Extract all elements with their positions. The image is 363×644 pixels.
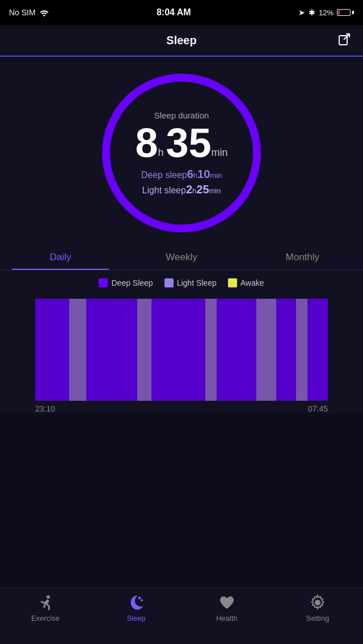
tab-weekly[interactable]: Weekly xyxy=(121,244,242,270)
deep-sleep-mins: 10 xyxy=(197,168,210,181)
sleep-ring: Sleep duration 8 h 35 min Deep sleep 6 h… xyxy=(102,74,261,232)
sleep-chart: 23:10 07:45 xyxy=(0,293,363,413)
run-icon xyxy=(36,594,54,612)
page-title: Sleep xyxy=(166,34,196,47)
svg-point-9 xyxy=(138,597,141,599)
nav-setting[interactable]: Setting xyxy=(295,594,340,622)
gear-icon xyxy=(309,594,327,612)
svg-point-0 xyxy=(43,15,45,16)
sleep-h-unit: h xyxy=(158,147,163,159)
svg-rect-4 xyxy=(137,299,151,401)
sleep-hours: 8 xyxy=(135,122,158,163)
svg-rect-3 xyxy=(69,299,86,401)
share-button[interactable] xyxy=(337,31,353,49)
battery-percent: 12% xyxy=(319,9,334,17)
legend-deep-sleep: Deep Sleep xyxy=(99,278,153,287)
svg-point-10 xyxy=(141,600,143,601)
legend-deep-color xyxy=(99,278,108,287)
tabs: Daily Weekly Monthly xyxy=(0,244,363,270)
status-bar: No SIM 8:04 AM ➤ ✱ 12% xyxy=(0,0,363,25)
bluetooth-icon: ✱ xyxy=(309,8,315,17)
status-left: No SIM xyxy=(9,8,49,17)
sleep-total-time: 8 h 35 min xyxy=(135,122,227,163)
deep-sleep-h-unit: h xyxy=(193,171,197,180)
nav-exercise-label: Exercise xyxy=(31,614,60,622)
chart-legend: Deep Sleep Light Sleep Awake xyxy=(0,270,363,293)
nav-health-label: Health xyxy=(216,614,238,622)
legend-awake-color xyxy=(228,278,237,287)
legend-awake-label: Awake xyxy=(240,278,264,287)
svg-rect-6 xyxy=(256,299,276,401)
deep-sleep-hours: 6 xyxy=(187,168,193,181)
nav-sleep-label: Sleep xyxy=(126,614,145,622)
sleep-min-unit: min xyxy=(212,147,228,159)
svg-rect-5 xyxy=(205,299,217,401)
chart-svg xyxy=(35,299,328,401)
nav-health[interactable]: Health xyxy=(204,594,250,622)
light-sleep-row: Light sleep 2 h 25 min xyxy=(142,183,221,196)
legend-light-color xyxy=(164,278,174,287)
light-sleep-label: Light sleep xyxy=(142,185,186,196)
legend-deep-label: Deep Sleep xyxy=(111,278,153,287)
light-sleep-h-unit: h xyxy=(192,187,196,195)
tab-monthly[interactable]: Monthly xyxy=(242,244,363,270)
light-sleep-hours: 2 xyxy=(186,183,192,196)
moon-icon xyxy=(127,594,145,612)
carrier-label: No SIM xyxy=(9,8,36,17)
sleep-minutes: 35 xyxy=(166,122,211,163)
sleep-circle-container: Sleep duration 8 h 35 min Deep sleep 6 h… xyxy=(0,57,363,244)
nav-exercise[interactable]: Exercise xyxy=(23,594,68,622)
legend-awake: Awake xyxy=(228,278,264,287)
deep-sleep-m-unit: min xyxy=(210,171,222,180)
sleep-duration-label: Sleep duration xyxy=(154,111,209,120)
location-icon: ➤ xyxy=(298,8,305,17)
nav-sleep[interactable]: Sleep xyxy=(113,594,159,622)
header: Sleep xyxy=(0,25,363,57)
legend-light-label: Light Sleep xyxy=(177,278,217,287)
status-time: 8:04 AM xyxy=(157,7,191,18)
light-sleep-mins: 25 xyxy=(196,183,209,196)
chart-end-time: 07:45 xyxy=(308,404,328,413)
tab-daily[interactable]: Daily xyxy=(0,244,121,270)
light-sleep-m-unit: min xyxy=(209,187,221,195)
battery-indicator xyxy=(337,9,354,16)
svg-point-8 xyxy=(47,595,50,599)
bottom-nav: Exercise Sleep Health Setting xyxy=(0,587,363,644)
chart-time-labels: 23:10 07:45 xyxy=(0,401,363,413)
deep-sleep-row: Deep sleep 6 h 10 min xyxy=(141,168,222,181)
status-right: ➤ ✱ 12% xyxy=(298,8,354,17)
legend-light-sleep: Light Sleep xyxy=(164,278,217,287)
wifi-icon xyxy=(39,9,49,16)
deep-sleep-label: Deep sleep xyxy=(141,170,187,180)
heart-icon xyxy=(218,594,236,612)
chart-start-time: 23:10 xyxy=(35,404,55,413)
svg-rect-7 xyxy=(296,299,307,401)
nav-setting-label: Setting xyxy=(306,614,329,622)
